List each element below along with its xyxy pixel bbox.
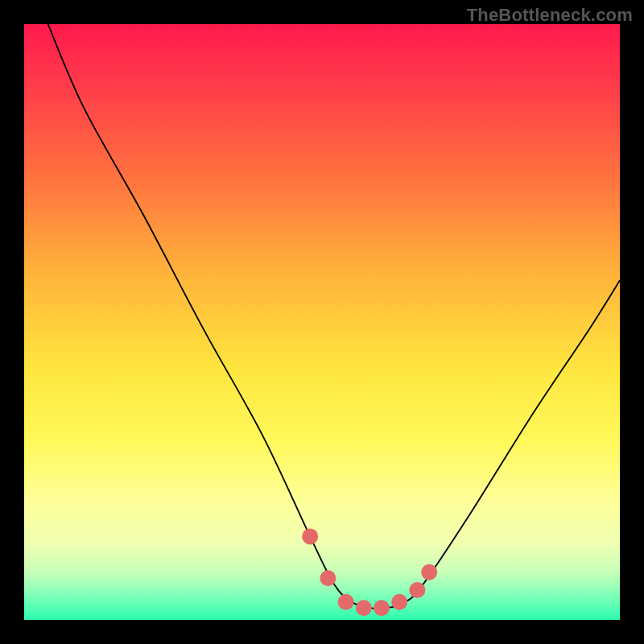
highlight-markers [302, 528, 437, 616]
highlight-dot [320, 570, 336, 586]
highlight-dot [356, 600, 372, 616]
highlight-dot [302, 528, 318, 544]
highlight-dot [338, 594, 354, 610]
highlight-dot [374, 600, 390, 616]
chart-frame: TheBottleneck.com [0, 0, 644, 644]
highlight-dot [409, 582, 425, 598]
highlight-dot [391, 594, 407, 610]
curve-overlay [24, 24, 620, 620]
highlight-dot [421, 564, 437, 580]
watermark-text: TheBottleneck.com [467, 5, 633, 26]
bottleneck-curve-path [48, 24, 620, 609]
